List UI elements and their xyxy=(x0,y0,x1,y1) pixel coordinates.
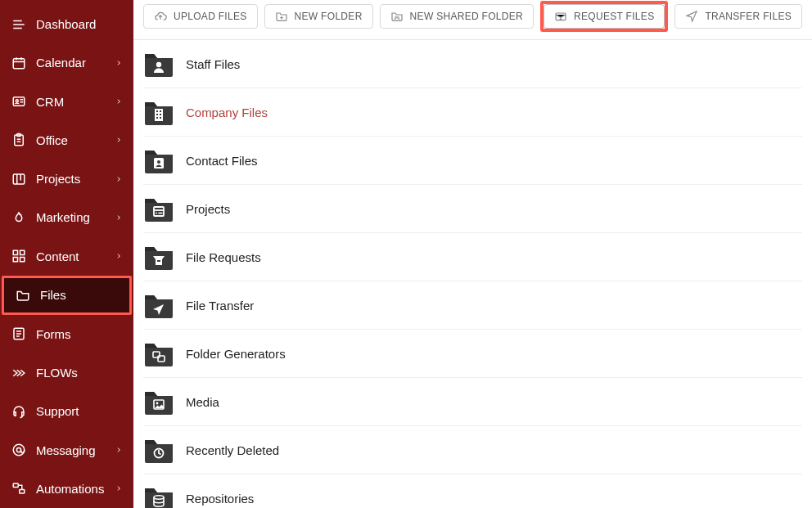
sidebar-active-highlight: Files xyxy=(2,276,132,315)
sidebar-item-content[interactable]: Content xyxy=(0,237,133,276)
toolbar-button-label: TRANSFER FILES xyxy=(705,11,792,22)
sidebar-item-calendar[interactable]: Calendar xyxy=(0,43,133,82)
request-files-icon xyxy=(554,10,567,23)
sidebar-item-label: Office xyxy=(36,133,115,147)
folder-projects-icon xyxy=(143,196,174,222)
sidebar-item-messaging[interactable]: Messaging xyxy=(0,431,133,470)
id-card-icon xyxy=(11,94,26,109)
folder-row[interactable]: Repositories xyxy=(143,474,802,508)
sidebar: DashboardCalendarCRMOfficeProjectsMarket… xyxy=(0,0,133,508)
sidebar-item-label: Forms xyxy=(36,327,122,341)
sidebar-item-dashboard[interactable]: Dashboard xyxy=(0,5,133,43)
sidebar-item-projects[interactable]: Projects xyxy=(0,160,133,198)
headset-icon xyxy=(11,404,26,419)
tiles-icon xyxy=(11,249,26,263)
svg-rect-25 xyxy=(160,117,161,119)
svg-rect-22 xyxy=(156,114,158,115)
form-icon xyxy=(11,326,26,341)
folder-label: Staff Files xyxy=(186,57,240,71)
svg-rect-24 xyxy=(156,117,158,119)
chevron-right-icon xyxy=(115,253,122,259)
request-files-button[interactable]: REQUEST FILES xyxy=(544,4,665,29)
folder-row[interactable]: Staff Files xyxy=(143,40,802,88)
new-folder-button[interactable]: NEW FOLDER xyxy=(264,4,373,29)
folder-row[interactable]: Contact Files xyxy=(143,137,802,185)
sidebar-item-automations[interactable]: Automations xyxy=(0,470,133,508)
chevron-right-icon xyxy=(115,214,122,221)
upload-files-button[interactable]: UPLOAD FILES xyxy=(143,4,258,29)
clipboard-icon xyxy=(11,133,26,147)
toolbar-button-label: REQUEST FILES xyxy=(574,11,654,22)
folder-generators-icon xyxy=(143,340,174,366)
folder-row[interactable]: File Transfer xyxy=(143,281,802,330)
folder-label: Media xyxy=(186,395,219,409)
folder-requests-icon xyxy=(143,244,174,270)
sidebar-item-label: Projects xyxy=(36,172,115,186)
folder-label: File Requests xyxy=(186,250,261,264)
flame-icon xyxy=(11,210,26,225)
toolbar-button-label: NEW SHARED FOLDER xyxy=(410,11,523,22)
svg-point-35 xyxy=(156,402,159,405)
sidebar-item-flows[interactable]: FLOWs xyxy=(0,353,133,392)
calendar-icon xyxy=(11,56,26,70)
folder-list: Staff FilesCompany FilesContact FilesPro… xyxy=(133,40,812,508)
toolbar: UPLOAD FILESNEW FOLDERNEW SHARED FOLDERR… xyxy=(133,0,812,40)
main-panel: UPLOAD FILESNEW FOLDERNEW SHARED FOLDERR… xyxy=(133,0,812,508)
folder-company-icon xyxy=(143,99,174,125)
chevron-right-icon xyxy=(115,485,122,492)
sidebar-item-forms[interactable]: Forms xyxy=(0,315,133,353)
folder-label: Repositories xyxy=(186,492,254,506)
sidebar-item-crm[interactable]: CRM xyxy=(0,83,133,121)
toolbar-button-label: NEW FOLDER xyxy=(295,11,363,22)
transfer-files-button[interactable]: TRANSFER FILES xyxy=(674,4,802,29)
sidebar-item-label: Support xyxy=(36,404,122,418)
cloud-upload-icon xyxy=(154,10,167,23)
flow-icon xyxy=(11,366,26,380)
new-shared-folder-button[interactable]: NEW SHARED FOLDER xyxy=(380,4,534,29)
paper-plane-icon xyxy=(685,10,698,23)
sidebar-item-label: Dashboard xyxy=(36,17,122,31)
folder-label: File Transfer xyxy=(186,299,254,312)
folder-row[interactable]: File Requests xyxy=(143,233,802,281)
folder-staff-icon xyxy=(143,51,174,77)
menu-list-icon xyxy=(11,17,26,32)
folder-deleted-icon xyxy=(143,437,174,463)
folder-transfer-icon xyxy=(143,292,174,318)
folder-row[interactable]: Media xyxy=(143,378,802,426)
svg-rect-20 xyxy=(156,110,158,112)
sidebar-item-label: Files xyxy=(40,288,118,302)
sidebar-item-label: Messaging xyxy=(36,443,115,457)
sidebar-item-support[interactable]: Support xyxy=(0,392,133,430)
sidebar-item-label: Marketing xyxy=(36,210,115,224)
folder-row[interactable]: Company Files xyxy=(143,88,802,137)
folder-label: Contact Files xyxy=(186,154,258,168)
svg-point-29 xyxy=(156,213,157,214)
folder-row[interactable]: Recently Deleted xyxy=(143,426,802,474)
sidebar-item-marketing[interactable]: Marketing xyxy=(0,198,133,236)
folder-label: Company Files xyxy=(186,106,268,119)
chevron-right-icon xyxy=(115,176,122,182)
svg-rect-23 xyxy=(160,114,161,115)
folder-contact-icon xyxy=(143,147,174,173)
folder-label: Folder Generators xyxy=(186,347,286,361)
folder-row[interactable]: Folder Generators xyxy=(143,330,802,378)
at-icon xyxy=(11,443,26,457)
sidebar-item-label: Calendar xyxy=(36,56,115,70)
chevron-right-icon xyxy=(115,447,122,453)
svg-point-18 xyxy=(156,62,161,67)
sidebar-item-label: Content xyxy=(36,250,115,263)
folder-repos-icon xyxy=(143,485,174,508)
folder-icon xyxy=(16,288,30,303)
chevron-right-icon xyxy=(115,60,122,66)
svg-rect-30 xyxy=(158,213,162,214)
toolbar-button-label: UPLOAD FILES xyxy=(174,11,247,22)
automation-icon xyxy=(11,481,26,496)
sidebar-item-office[interactable]: Office xyxy=(0,121,133,160)
folder-row[interactable]: Projects xyxy=(143,185,802,233)
folder-media-icon xyxy=(143,389,174,415)
chevron-right-icon xyxy=(115,137,122,143)
svg-rect-19 xyxy=(155,109,163,121)
sidebar-item-files[interactable]: Files xyxy=(4,278,129,312)
folder-label: Projects xyxy=(186,202,230,216)
toolbar-highlight: REQUEST FILES xyxy=(540,1,668,32)
